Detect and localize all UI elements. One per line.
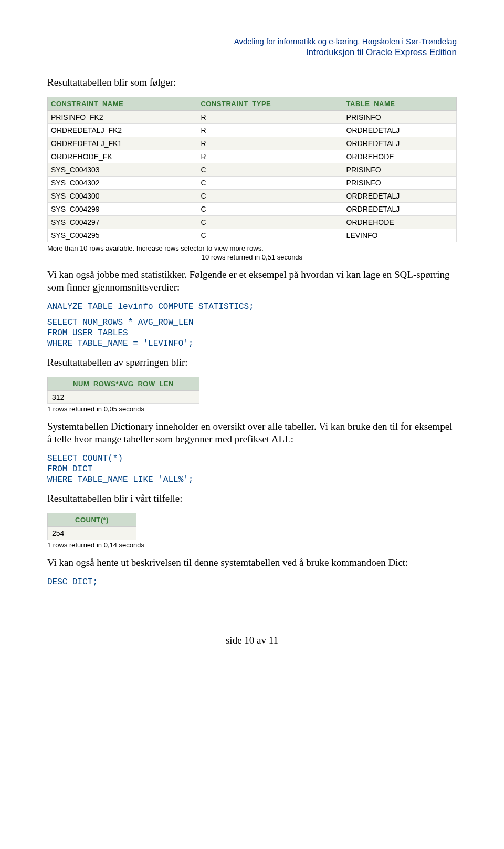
cell: SYS_C004302 <box>48 176 197 189</box>
cell: PRISINFO <box>343 163 456 176</box>
cell: C <box>197 229 343 242</box>
header-rule <box>47 60 457 60</box>
cell: ORDREDETALJ_FK1 <box>48 137 197 150</box>
numrows-table: NUM_ROWS*AVG_ROW_LEN 312 <box>47 377 200 404</box>
table-row: ORDREDETALJ_FK2 R ORDREDETALJ <box>48 123 457 137</box>
table1-footer-2: 10 rows returned in 0,51 seconds <box>47 253 457 261</box>
count-header: COUNT(*) <box>48 513 136 526</box>
sql-block-1: ANALYZE TABLE levinfo COMPUTE STATISTICS… <box>47 302 457 312</box>
cell: LEVINFO <box>343 229 456 242</box>
paragraph-3: Resultattabellen av spørringen blir: <box>47 356 457 369</box>
col-constraint-type: CONSTRAINT_TYPE <box>197 97 343 110</box>
cell: SYS_C004300 <box>48 189 197 202</box>
cell: ORDREDETALJ <box>343 189 456 202</box>
cell: SYS_C004299 <box>48 202 197 215</box>
cell: C <box>197 202 343 215</box>
col-constraint-name: CONSTRAINT_NAME <box>48 97 197 110</box>
paragraph-2: Vi kan også jobbe med statistikker. Følg… <box>47 268 457 294</box>
col-table-name: TABLE_NAME <box>343 97 456 110</box>
cell: C <box>197 176 343 189</box>
paragraph-4: Systemtabellen Dictionary inneholder en … <box>47 420 457 446</box>
table1-footer-1: More than 10 rows available. Increase ro… <box>47 244 457 252</box>
table-row: SYS_C004299 C ORDREDETALJ <box>48 202 457 215</box>
count-value: 254 <box>48 526 136 540</box>
numrows-header: NUM_ROWS*AVG_ROW_LEN <box>48 377 200 390</box>
cell: R <box>197 110 343 123</box>
table-row: SYS_C004297 C ORDREHODE <box>48 215 457 229</box>
cell: R <box>197 150 343 163</box>
sql-block-4: DESC DICT; <box>47 577 457 587</box>
cell: ORDREDETALJ <box>343 202 456 215</box>
count-table: COUNT(*) 254 <box>47 513 136 540</box>
cell: ORDREDETALJ_FK2 <box>48 123 197 137</box>
cell: PRISINFO_FK2 <box>48 110 197 123</box>
paragraph-5: Resultattabellen blir i vårt tilfelle: <box>47 492 457 505</box>
cell: ORDREDETALJ <box>343 123 456 137</box>
cell: ORDREHODE <box>343 215 456 229</box>
table-row: ORDREHODE_FK R ORDREHODE <box>48 150 457 163</box>
cell: R <box>197 137 343 150</box>
cell: SYS_C004303 <box>48 163 197 176</box>
cell: C <box>197 163 343 176</box>
cell: PRISINFO <box>343 110 456 123</box>
header-line-1: Avdeling for informatikk og e-læring, Hø… <box>47 37 457 47</box>
table3-footer: 1 rows returned in 0,14 seconds <box>47 541 457 549</box>
table-row: SYS_C004302 C PRISINFO <box>48 176 457 189</box>
table-row: PRISINFO_FK2 R PRISINFO <box>48 110 457 123</box>
header-line-2: Introduksjon til Oracle Express Edition <box>47 47 457 58</box>
table-row: ORDREDETALJ_FK1 R ORDREDETALJ <box>48 137 457 150</box>
page-footer: side 10 av 11 <box>47 635 457 646</box>
cell: R <box>197 123 343 137</box>
cell: ORDREHODE_FK <box>48 150 197 163</box>
numrows-value: 312 <box>48 390 200 403</box>
table-row: SYS_C004295 C LEVINFO <box>48 229 457 242</box>
table-row: SYS_C004300 C ORDREDETALJ <box>48 189 457 202</box>
cell: SYS_C004297 <box>48 215 197 229</box>
cell: ORDREHODE <box>343 150 456 163</box>
document-header: Avdeling for informatikk og e-læring, Hø… <box>47 37 457 58</box>
paragraph-6: Vi kan også hente ut beskrivelsen til de… <box>47 556 457 570</box>
cell: C <box>197 189 343 202</box>
intro-paragraph: Resultattabellen blir som følger: <box>47 76 457 89</box>
sql-block-2: SELECT NUM_ROWS * AVG_ROW_LEN FROM USER_… <box>47 317 457 349</box>
cell: PRISINFO <box>343 176 456 189</box>
constraints-table: CONSTRAINT_NAME CONSTRAINT_TYPE TABLE_NA… <box>47 97 457 242</box>
table2-footer: 1 rows returned in 0,05 seconds <box>47 405 457 413</box>
cell: SYS_C004295 <box>48 229 197 242</box>
sql-block-3: SELECT COUNT(*) FROM DICT WHERE TABLE_NA… <box>47 453 457 485</box>
table-row: SYS_C004303 C PRISINFO <box>48 163 457 176</box>
cell: C <box>197 215 343 229</box>
cell: ORDREDETALJ <box>343 137 456 150</box>
